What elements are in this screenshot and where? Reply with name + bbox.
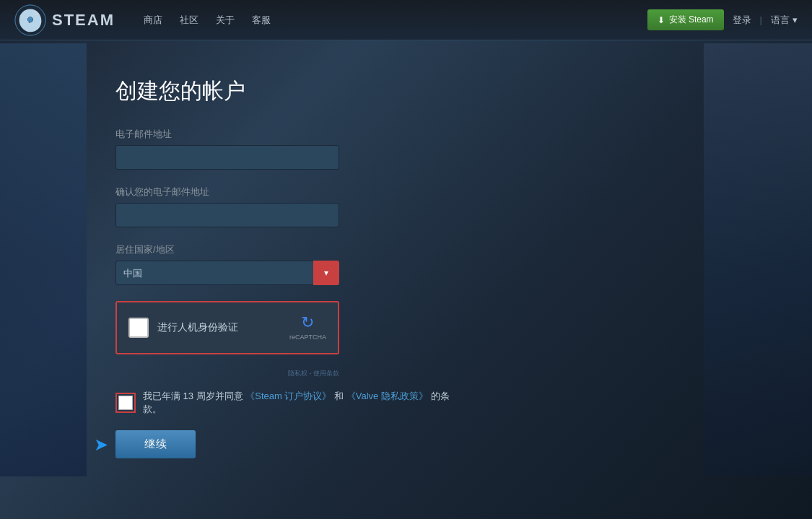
language-arrow-icon: ▾ bbox=[793, 14, 798, 25]
valve-privacy-policy-link[interactable]: 《Valve 隐私政策》 bbox=[346, 391, 428, 401]
terms-checkbox[interactable] bbox=[118, 396, 133, 410]
confirm-email-input[interactable] bbox=[115, 203, 339, 227]
nav-store[interactable]: 商店 bbox=[144, 14, 162, 27]
captcha-container[interactable]: 进行人机身份验证 ↻ reCAPTCHA bbox=[115, 301, 339, 354]
nav-support[interactable]: 客服 bbox=[252, 14, 271, 27]
download-icon: ⬇ bbox=[658, 15, 665, 25]
logo-text: STEAM bbox=[52, 11, 115, 30]
nav-about[interactable]: 关于 bbox=[216, 14, 235, 27]
country-select-wrapper: 中国 美国 日本 英国 德国 ▾ bbox=[115, 261, 339, 285]
recaptcha-terms-link[interactable]: 使用条款 bbox=[313, 370, 339, 377]
navbar: STEAM 商店 社区 关于 客服 ⬇ 安装 Steam 登录 | 语言 ▾ bbox=[0, 0, 812, 40]
recaptcha-logo-area: ↻ reCAPTCHA bbox=[289, 313, 326, 342]
svg-point-2 bbox=[34, 12, 38, 15]
terms-text: 我已年满 13 周岁并同意 《Steam 订户协议》 和 《Valve 隐私政策… bbox=[143, 390, 462, 416]
navbar-right: ⬇ 安装 Steam 登录 | 语言 ▾ bbox=[647, 9, 798, 30]
main-content: 创建您的帐户 电子邮件地址 确认您的电子邮件地址 居住国家/地区 中国 美国 日… bbox=[0, 40, 812, 458]
nav-divider: | bbox=[760, 14, 762, 25]
country-group: 居住国家/地区 中国 美国 日本 英国 德国 ▾ bbox=[115, 243, 419, 285]
recaptcha-icon: ↻ bbox=[301, 313, 314, 332]
continue-button-wrapper: ➤ 继续 bbox=[115, 430, 196, 458]
logo-area[interactable]: STEAM bbox=[14, 4, 115, 36]
install-steam-label: 安装 Steam bbox=[669, 14, 714, 26]
page-title: 创建您的帐户 bbox=[115, 77, 419, 106]
language-label: 语言 bbox=[771, 14, 790, 27]
terms-checkbox-wrapper[interactable] bbox=[115, 393, 136, 413]
continue-button[interactable]: 继续 bbox=[115, 430, 196, 458]
captcha-checkbox[interactable] bbox=[128, 318, 149, 338]
form-container: 创建您的帐户 电子邮件地址 确认您的电子邮件地址 居住国家/地区 中国 美国 日… bbox=[115, 77, 419, 458]
country-select[interactable]: 中国 美国 日本 英国 德国 bbox=[115, 261, 339, 285]
recaptcha-links: 隐私权 - 使用条款 bbox=[115, 369, 339, 378]
steam-logo-icon bbox=[14, 4, 46, 36]
login-link[interactable]: 登录 bbox=[733, 14, 751, 27]
recaptcha-privacy-link[interactable]: 隐私权 bbox=[288, 370, 307, 377]
install-steam-button[interactable]: ⬇ 安装 Steam bbox=[647, 9, 724, 30]
email-input[interactable] bbox=[115, 145, 339, 170]
country-label: 居住国家/地区 bbox=[115, 243, 419, 256]
email-group: 电子邮件地址 bbox=[115, 128, 419, 170]
terms-row: 我已年满 13 周岁并同意 《Steam 订户协议》 和 《Valve 隐私政策… bbox=[115, 390, 462, 416]
arrow-indicator-icon: ➤ bbox=[94, 435, 108, 455]
nav-community[interactable]: 社区 bbox=[180, 14, 198, 27]
language-selector[interactable]: 语言 ▾ bbox=[771, 14, 798, 27]
confirm-email-label: 确认您的电子邮件地址 bbox=[115, 186, 419, 199]
steam-subscriber-agreement-link[interactable]: 《Steam 订户协议》 bbox=[245, 391, 331, 401]
email-label: 电子邮件地址 bbox=[115, 128, 419, 141]
nav-links: 商店 社区 关于 客服 bbox=[144, 14, 647, 27]
recaptcha-text: reCAPTCHA bbox=[289, 333, 326, 342]
confirm-email-group: 确认您的电子邮件地址 bbox=[115, 186, 419, 227]
svg-point-1 bbox=[27, 17, 32, 22]
captcha-label: 进行人机身份验证 bbox=[157, 321, 281, 334]
